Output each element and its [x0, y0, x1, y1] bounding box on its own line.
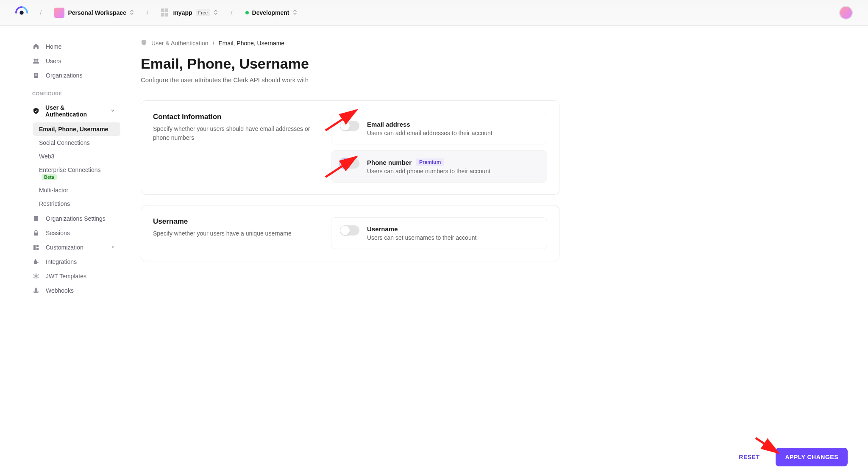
chevron-right-icon — [110, 244, 115, 251]
sidebar-item-organizations[interactable]: Organizations — [27, 68, 120, 83]
card-title: Username — [153, 217, 314, 226]
puzzle-icon — [32, 258, 40, 265]
card-desc: Specify whether your users have a unique… — [153, 229, 314, 238]
svg-rect-4 — [35, 74, 36, 75]
top-header: / Personal Workspace / myapp Free / Deve… — [0, 0, 868, 26]
sidebar-item-organizations-settings[interactable]: Organizations Settings — [27, 211, 120, 226]
updown-chevron-icon — [130, 9, 134, 17]
sidebar-item-integrations[interactable]: Integrations — [27, 255, 120, 269]
env-switcher[interactable]: Development — [241, 7, 301, 19]
building-icon — [32, 72, 40, 79]
nav-section-configure: CONFIGURE — [27, 83, 120, 100]
sidebar-sub-social-connections[interactable]: Social Connections — [33, 136, 120, 150]
env-name: Development — [252, 9, 289, 16]
card-desc: Specify whether your users should have e… — [153, 125, 314, 142]
building-icon — [32, 215, 40, 222]
breadcrumb-sep: / — [40, 9, 42, 17]
username-toggle[interactable] — [340, 225, 359, 236]
sidebar-item-user-auth[interactable]: User & Authentication — [27, 100, 120, 122]
nav-label: User & Authentication — [45, 104, 104, 118]
nav-label: Integrations — [46, 258, 77, 265]
sidebar-sub-email-phone-username[interactable]: Email, Phone, Username — [33, 122, 120, 136]
option-desc: Users can add phone numbers to their acc… — [367, 168, 538, 175]
home-icon — [32, 43, 40, 50]
clerk-logo — [15, 6, 28, 19]
nav-label: Sessions — [46, 230, 70, 236]
beta-badge: Beta — [42, 174, 57, 180]
email-address-option: Email address Users can add email addres… — [331, 113, 547, 144]
svg-rect-11 — [36, 245, 39, 247]
status-dot-icon — [245, 11, 249, 14]
updown-chevron-icon — [214, 9, 218, 17]
svg-rect-10 — [33, 245, 36, 250]
nav-label: JWT Templates — [46, 273, 86, 280]
lock-icon — [32, 230, 40, 236]
palette-icon — [32, 244, 40, 251]
plan-badge: Free — [196, 9, 211, 16]
breadcrumb: User & Authentication / Email, Phone, Us… — [141, 39, 559, 47]
workspace-name: Personal Workspace — [68, 9, 126, 16]
svg-point-0 — [19, 11, 23, 14]
nav-label: Home — [46, 43, 61, 50]
option-desc: Users can add email addresses to their a… — [367, 130, 538, 136]
sidebar-item-home[interactable]: Home — [27, 39, 120, 54]
svg-rect-6 — [35, 75, 36, 76]
sidebar-sub-restrictions[interactable]: Restrictions — [33, 197, 120, 211]
contact-information-card: Contact information Specify whether your… — [141, 100, 559, 195]
users-icon — [32, 58, 40, 64]
asterisk-icon — [32, 273, 40, 280]
nav-label: Organizations — [46, 72, 82, 79]
sidebar-item-jwt-templates[interactable]: JWT Templates — [27, 269, 120, 283]
page-title: Email, Phone, Username — [141, 55, 559, 72]
sidebar-sub-web3[interactable]: Web3 — [33, 150, 120, 163]
option-desc: Users can set usernames to their account — [367, 234, 538, 241]
svg-rect-3 — [34, 73, 38, 78]
svg-point-2 — [36, 59, 39, 61]
app-name: myapp — [173, 9, 192, 16]
svg-rect-5 — [36, 74, 37, 75]
sidebar-item-customization[interactable]: Customization — [27, 240, 120, 255]
sidebar-item-users[interactable]: Users — [27, 54, 120, 68]
username-card: Username Specify whether your users have… — [141, 205, 559, 261]
svg-rect-9 — [34, 233, 38, 236]
card-title: Contact information — [153, 113, 314, 121]
nav-label: Organizations Settings — [46, 215, 106, 222]
sidebar-item-sessions[interactable]: Sessions — [27, 226, 120, 240]
workspace-switcher[interactable]: Personal Workspace — [50, 5, 138, 20]
main-content: User & Authentication / Email, Phone, Us… — [127, 26, 593, 322]
shield-check-icon — [141, 39, 147, 47]
app-icon — [161, 8, 170, 17]
breadcrumb-sep: / — [231, 9, 232, 17]
chevron-down-icon — [110, 108, 115, 114]
updown-chevron-icon — [293, 9, 297, 17]
breadcrumb-sep: / — [147, 9, 148, 17]
svg-point-1 — [34, 59, 36, 61]
nav-label: Customization — [46, 244, 83, 251]
nav-label: Users — [46, 58, 61, 64]
phone-toggle[interactable] — [340, 158, 359, 169]
option-title: Email address — [367, 121, 538, 128]
option-title: Phone number Premium — [367, 158, 538, 166]
svg-rect-8 — [34, 216, 38, 221]
shield-icon — [32, 108, 39, 114]
workspace-avatar — [54, 8, 64, 18]
premium-badge: Premium — [416, 158, 444, 166]
email-toggle[interactable] — [340, 121, 359, 131]
username-option: Username Users can set usernames to thei… — [331, 217, 547, 249]
svg-rect-7 — [36, 75, 37, 76]
app-switcher[interactable]: myapp Free — [157, 6, 222, 19]
breadcrumb-sep: / — [213, 40, 214, 47]
option-title: Username — [367, 225, 538, 233]
phone-number-option: Phone number Premium Users can add phone… — [331, 150, 547, 183]
svg-rect-12 — [36, 248, 39, 250]
sidebar-item-webhooks[interactable]: Webhooks — [27, 283, 120, 298]
sidebar: Home Users Organizations CONFIGURE User … — [0, 26, 127, 322]
page-subtitle: Configure the user attributes the Clerk … — [141, 76, 559, 83]
webhook-icon — [32, 287, 40, 294]
user-avatar[interactable] — [839, 6, 853, 19]
nav-label: Webhooks — [46, 287, 74, 294]
breadcrumb-current: Email, Phone, Username — [219, 40, 285, 47]
breadcrumb-parent[interactable]: User & Authentication — [151, 40, 209, 47]
sidebar-sub-enterprise-connections[interactable]: Enterprise ConnectionsBeta — [33, 163, 120, 183]
sidebar-sub-multi-factor[interactable]: Multi-factor — [33, 183, 120, 197]
